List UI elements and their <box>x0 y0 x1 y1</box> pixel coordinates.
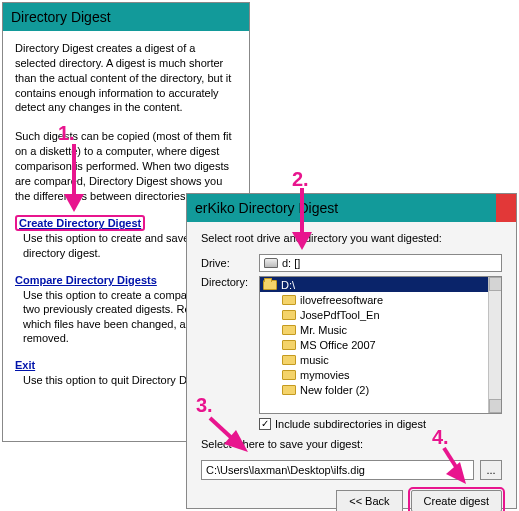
scrollbar[interactable] <box>488 277 501 413</box>
folder-icon <box>282 355 296 365</box>
back-button[interactable]: << Back <box>336 490 402 511</box>
save-path-input[interactable]: C:\Users\laxman\Desktop\ilfs.dig <box>201 460 474 480</box>
include-subdirs-checkbox[interactable]: ✓ <box>259 418 271 430</box>
folder-icon <box>282 370 296 380</box>
main-title: Directory Digest <box>11 9 111 25</box>
drive-label: Drive: <box>201 257 259 269</box>
root-label: D:\ <box>281 279 295 291</box>
folder-icon <box>282 340 296 350</box>
exit-link[interactable]: Exit <box>15 359 35 371</box>
wizard-window: erKiko Directory Digest Select root driv… <box>186 193 517 509</box>
list-item[interactable]: ilovefreesoftware <box>260 292 488 307</box>
create-digest-button[interactable]: Create digest <box>411 490 502 511</box>
wizard-title-bar: erKiko Directory Digest <box>187 194 516 222</box>
include-subdirs-label: Include subdirectories in digest <box>275 418 426 430</box>
list-item-root[interactable]: D:\ <box>260 277 488 292</box>
close-icon[interactable] <box>496 194 516 222</box>
save-prompt: Select where to save your digest: <box>201 438 502 450</box>
drive-combo[interactable]: d: [] <box>259 254 502 272</box>
drive-icon <box>264 258 278 268</box>
list-item[interactable]: JosePdfTool_En <box>260 307 488 322</box>
folder-icon <box>282 385 296 395</box>
wizard-title: erKiko Directory Digest <box>195 200 338 216</box>
folder-icon <box>282 310 296 320</box>
folder-icon <box>282 325 296 335</box>
wizard-body: Select root drive and directory you want… <box>187 222 516 511</box>
list-item[interactable]: mymovies <box>260 367 488 382</box>
annotation-2: 2. <box>292 168 309 191</box>
list-item[interactable]: Mr. Music <box>260 322 488 337</box>
intro-text-1: Directory Digest creates a digest of a s… <box>15 41 237 115</box>
select-root-prompt: Select root drive and directory you want… <box>201 232 502 244</box>
folder-icon <box>282 295 296 305</box>
list-item[interactable]: New folder (2) <box>260 382 488 397</box>
browse-button[interactable]: ... <box>480 460 502 480</box>
folder-open-icon <box>263 280 277 290</box>
list-item[interactable]: music <box>260 352 488 367</box>
drive-value: d: [] <box>282 257 300 269</box>
save-path-value: C:\Users\laxman\Desktop\ilfs.dig <box>206 464 365 476</box>
create-digest-link[interactable]: Create Directory Digest <box>15 215 145 231</box>
directory-list[interactable]: D:\ ilovefreesoftware JosePdfTool_En Mr.… <box>259 276 502 414</box>
list-item[interactable]: MS Office 2007 <box>260 337 488 352</box>
directory-label: Directory: <box>201 276 259 288</box>
main-title-bar: Directory Digest <box>3 3 249 31</box>
compare-digests-link[interactable]: Compare Directory Digests <box>15 274 157 286</box>
